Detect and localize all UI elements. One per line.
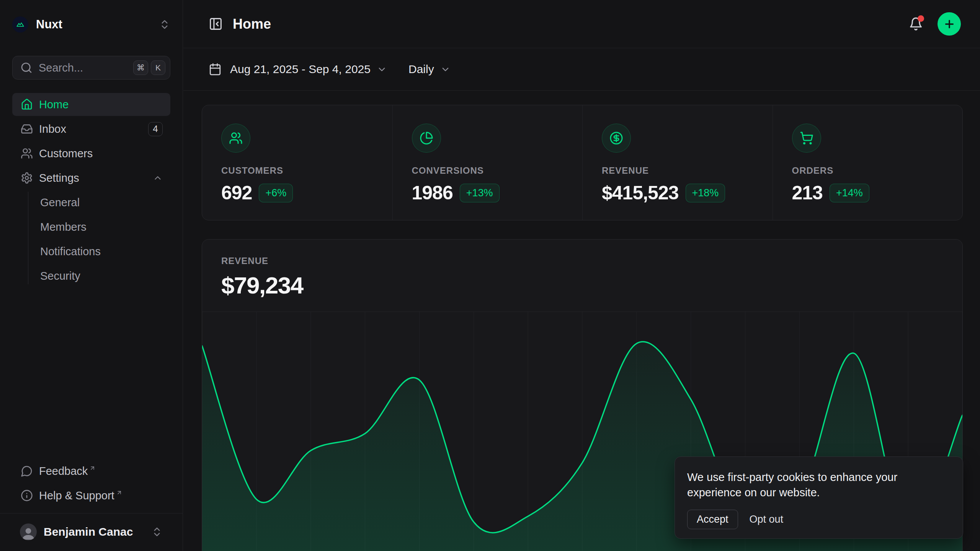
sidebar-item-label: Home (39, 98, 69, 111)
shopping-cart-icon (792, 124, 821, 153)
settings-subnav: General Members Notifications Security (12, 191, 170, 287)
chevron-down-icon (377, 64, 387, 75)
sidebar-item-label: General (40, 196, 80, 209)
sidebar-item-inbox[interactable]: Inbox 4 (12, 117, 170, 140)
stat-label: CUSTOMERS (221, 165, 373, 176)
sidebar-item-settings[interactable]: Settings (12, 166, 170, 189)
stat-value: $415,523 (602, 182, 679, 204)
sidebar-item-label: Security (40, 270, 80, 282)
revenue-total: $79,234 (221, 272, 943, 299)
search-placeholder: Search... (39, 62, 83, 74)
revenue-label: REVENUE (221, 256, 943, 266)
kbd-k: K (151, 60, 165, 75)
chevron-down-icon (440, 64, 451, 75)
sidebar-item-customers[interactable]: Customers (12, 142, 170, 165)
stat-customers: CUSTOMERS 692 +6% (202, 105, 392, 220)
chevrons-up-down-icon (159, 19, 170, 30)
sidebar-item-security[interactable]: Security (40, 264, 170, 287)
header-actions (909, 12, 961, 36)
users-icon (21, 147, 33, 160)
stats-card: CUSTOMERS 692 +6% CONVERSIONS 1986 +13% (202, 105, 963, 220)
sidebar-footer: Feedback Help & Support Benjamin (12, 460, 170, 551)
sidebar-item-label: Inbox (39, 123, 66, 135)
stat-revenue: REVENUE $415,523 +18% (582, 105, 773, 220)
stat-delta-badge: +18% (686, 184, 725, 202)
collapse-sidebar-button[interactable] (209, 17, 223, 31)
stat-delta-badge: +13% (460, 184, 500, 202)
stat-value: 213 (792, 182, 823, 204)
brand-name: Nuxt (36, 18, 62, 31)
stat-value: 692 (221, 182, 252, 204)
inbox-count-badge: 4 (148, 122, 163, 136)
cookie-message: We use first-party cookies to enhance yo… (687, 469, 934, 500)
filters-toolbar: Aug 21, 2025 - Sep 4, 2025 Daily (183, 48, 980, 91)
date-range-picker[interactable]: Aug 21, 2025 - Sep 4, 2025 (209, 63, 387, 76)
kbd-cmd: ⌘ (133, 60, 148, 75)
nuxt-logo-icon (12, 16, 28, 33)
opt-out-button[interactable]: Opt out (750, 514, 784, 525)
pie-chart-icon (412, 124, 441, 153)
workspace-switcher[interactable]: Nuxt (12, 16, 170, 33)
home-icon (21, 98, 33, 111)
sidebar-item-label: Settings (39, 172, 79, 184)
page-header: Home (183, 0, 980, 48)
users-icon (221, 124, 250, 153)
plus-icon (943, 18, 956, 30)
add-button[interactable] (938, 12, 961, 36)
search-input[interactable]: Search... ⌘ K (12, 56, 170, 80)
message-bubble-icon (21, 465, 33, 477)
stat-conversions: CONVERSIONS 1986 +13% (392, 105, 583, 220)
stat-delta-badge: +14% (830, 184, 869, 202)
avatar (20, 523, 37, 540)
inbox-icon (21, 123, 33, 135)
chevrons-up-down-icon (151, 526, 163, 538)
sidebar-item-label: Customers (39, 147, 93, 160)
sidebar-item-members[interactable]: Members (40, 215, 170, 238)
search-shortcut: ⌘ K (133, 60, 165, 75)
stat-orders: ORDERS 213 +14% (773, 105, 963, 220)
calendar-icon (209, 63, 222, 76)
sidebar-item-help-support[interactable]: Help & Support (12, 484, 170, 507)
user-menu[interactable]: Benjamin Canac (12, 520, 170, 544)
cookie-banner: We use first-party cookies to enhance yo… (675, 456, 963, 539)
page-title: Home (233, 16, 271, 32)
app-root: Nuxt Search... ⌘ K Home (0, 0, 980, 551)
sidebar: Nuxt Search... ⌘ K Home (0, 0, 183, 551)
date-range-value: Aug 21, 2025 - Sep 4, 2025 (230, 63, 371, 76)
sidebar-item-label: Members (40, 221, 87, 233)
gear-icon (21, 172, 33, 184)
chevron-up-icon (153, 173, 163, 183)
stat-label: REVENUE (602, 165, 753, 176)
sidebar-item-home[interactable]: Home (12, 93, 170, 116)
external-link-icon (89, 465, 96, 471)
sidebar-nav: Home Inbox 4 Customers Settings (12, 93, 170, 289)
granularity-select[interactable]: Daily (408, 63, 451, 76)
stat-label: CONVERSIONS (412, 165, 564, 176)
stat-delta-badge: +6% (259, 184, 293, 202)
accept-button[interactable]: Accept (687, 510, 738, 529)
sidebar-item-feedback[interactable]: Feedback (12, 460, 170, 483)
sidebar-item-label: Help & Support (39, 489, 114, 502)
sidebar-item-label: Feedback (39, 465, 88, 478)
external-link-icon (116, 489, 122, 496)
sidebar-item-general[interactable]: General (40, 191, 170, 214)
user-name: Benjamin Canac (44, 525, 133, 538)
sidebar-item-label: Notifications (40, 245, 101, 258)
search-icon (20, 62, 33, 74)
notification-dot (918, 15, 924, 22)
stat-value: 1986 (412, 182, 453, 204)
sidebar-divider (0, 513, 183, 514)
sidebar-item-notifications[interactable]: Notifications (40, 240, 170, 263)
granularity-value: Daily (408, 63, 434, 76)
dollar-circle-icon (602, 124, 631, 153)
notifications-button[interactable] (909, 17, 923, 31)
info-circle-icon (21, 489, 33, 502)
stat-label: ORDERS (792, 165, 944, 176)
